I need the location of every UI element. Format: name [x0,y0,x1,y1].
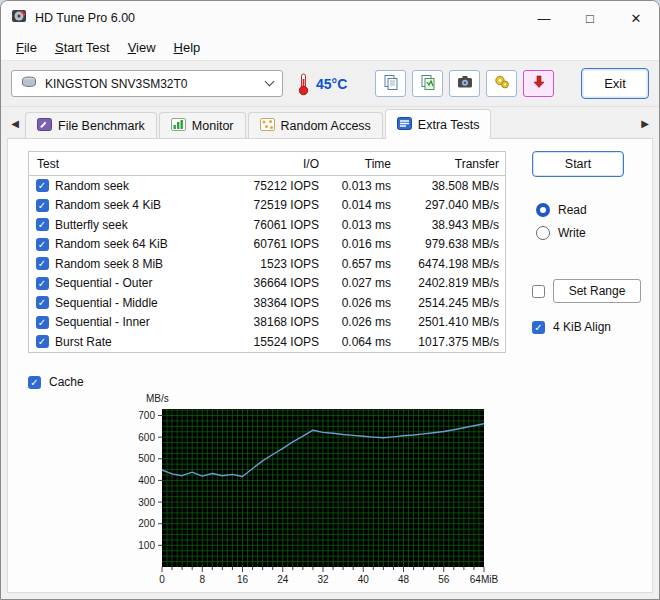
menu-item-file[interactable]: File [7,37,46,58]
temperature-value: 45°C [316,76,347,92]
cache-label: Cache [49,375,84,389]
time-value: 0.013 ms [319,179,391,193]
svg-text:500: 500 [138,453,155,464]
test-name: Sequential - Outer [55,276,227,290]
title-bar: HD Tune Pro 6.00 — □ ✕ [1,1,659,35]
test-name: Sequential - Middle [55,296,227,310]
row-checkbox[interactable] [36,296,49,309]
monitor-icon [171,118,186,134]
io-value: 60761 IOPS [227,237,319,251]
set-range-option: Set Range [532,279,641,303]
io-value: 76061 IOPS [227,218,319,232]
table-row: Sequential - Inner38168 IOPS0.026 ms2501… [29,313,505,333]
header-io: I/O [227,157,319,171]
tab-label: File Benchmark [58,119,145,133]
write-radio[interactable] [536,226,550,240]
row-checkbox[interactable] [36,199,49,212]
svg-text:32: 32 [317,574,329,585]
svg-text:24: 24 [277,574,289,585]
time-value: 0.027 ms [319,276,391,290]
save-results-button[interactable] [523,70,554,97]
table-row: Sequential - Middle38364 IOPS0.026 ms251… [29,293,505,313]
align-option[interactable]: 4 KiB Align [532,320,611,334]
svg-text:100: 100 [138,540,155,551]
row-checkbox[interactable] [36,316,49,329]
close-button[interactable]: ✕ [613,1,659,35]
exit-button[interactable]: Exit [581,68,649,99]
copy-text-button[interactable] [375,70,406,97]
copy-image-icon [420,74,436,94]
drive-select[interactable]: KINGSTON SNV3SM32T0 [11,70,283,97]
copy-text-icon [383,74,399,94]
svg-text:48: 48 [398,574,410,585]
set-range-button[interactable]: Set Range [553,279,641,303]
test-name: Sequential - Inner [55,315,227,329]
test-name: Random seek 64 KiB [55,237,227,251]
row-checkbox[interactable] [36,238,49,251]
set-range-checkbox[interactable] [532,285,545,298]
svg-text:MB/s: MB/s [146,393,169,404]
test-name: Butterfly seek [55,218,227,232]
time-value: 0.064 ms [319,335,391,349]
svg-text:200: 200 [138,518,155,529]
table-row: Burst Rate15524 IOPS0.064 ms1017.375 MB/… [29,332,505,352]
table-row: Random seek 4 KiB72519 IOPS0.014 ms297.0… [29,196,505,216]
cache-chart: 1002003004005006007000816243240485664MiB… [128,389,508,589]
cache-checkbox[interactable] [28,376,41,389]
tab-scroll-left-icon[interactable]: ◀ [5,110,25,136]
start-button[interactable]: Start [532,151,624,177]
menu-bar: File Start Test View Help [1,35,659,61]
tab-monitor[interactable]: Monitor [159,112,246,139]
svg-text:40: 40 [358,574,370,585]
window-title: HD Tune Pro 6.00 [35,11,135,25]
read-label: Read [558,203,587,217]
tab-label: Monitor [192,119,234,133]
tab-strip: ◀ File Benchmark Monitor [1,107,659,139]
menu-item-view[interactable]: View [119,37,165,58]
read-radio[interactable] [536,203,550,217]
time-value: 0.014 ms [319,198,391,212]
test-table: Test I/O Time Transfer Random seek75212 … [28,151,506,353]
tab-random-access[interactable]: Random Access [248,112,383,139]
tab-file-benchmark[interactable]: File Benchmark [25,112,157,139]
header-test: Test [29,157,227,171]
menu-item-start-test[interactable]: Start Test [46,37,119,58]
drive-name: KINGSTON SNV3SM32T0 [45,77,188,91]
svg-text:400: 400 [138,475,155,486]
transfer-value: 2501.410 MB/s [391,315,499,329]
tab-extra-tests[interactable]: Extra Tests [385,109,492,139]
time-value: 0.657 ms [319,257,391,271]
disk-icon [21,76,37,92]
io-value: 15524 IOPS [227,335,319,349]
transfer-value: 979.638 MB/s [391,237,499,251]
align-checkbox[interactable] [532,321,545,334]
table-row: Butterfly seek76061 IOPS0.013 ms38.943 M… [29,215,505,235]
row-checkbox[interactable] [36,179,49,192]
row-checkbox[interactable] [36,218,49,231]
write-option[interactable]: Write [536,226,586,240]
transfer-value: 38.508 MB/s [391,179,499,193]
menu-item-help[interactable]: Help [165,37,210,58]
svg-text:8: 8 [199,574,205,585]
tab-label: Random Access [281,119,371,133]
chevron-down-icon [265,77,275,87]
row-checkbox[interactable] [36,335,49,348]
transfer-value: 1017.375 MB/s [391,335,499,349]
read-option[interactable]: Read [536,203,587,217]
svg-text:64MiB: 64MiB [470,574,499,585]
minimize-button[interactable]: — [521,1,567,35]
cache-option[interactable]: Cache [28,375,84,389]
screenshot-button[interactable] [449,70,480,97]
row-checkbox[interactable] [36,277,49,290]
svg-text:700: 700 [138,410,155,421]
table-row: Random seek 8 MiB1523 IOPS0.657 ms6474.1… [29,254,505,274]
io-value: 75212 IOPS [227,179,319,193]
table-row: Random seek 64 KiB60761 IOPS0.016 ms979.… [29,235,505,255]
svg-text:56: 56 [438,574,450,585]
row-checkbox[interactable] [36,257,49,270]
copy-image-button[interactable] [412,70,443,97]
maximize-button[interactable]: □ [567,1,613,35]
transfer-value: 2402.819 MB/s [391,276,499,290]
options-button[interactable] [486,70,517,97]
tab-scroll-right-icon[interactable]: ▶ [635,110,655,136]
